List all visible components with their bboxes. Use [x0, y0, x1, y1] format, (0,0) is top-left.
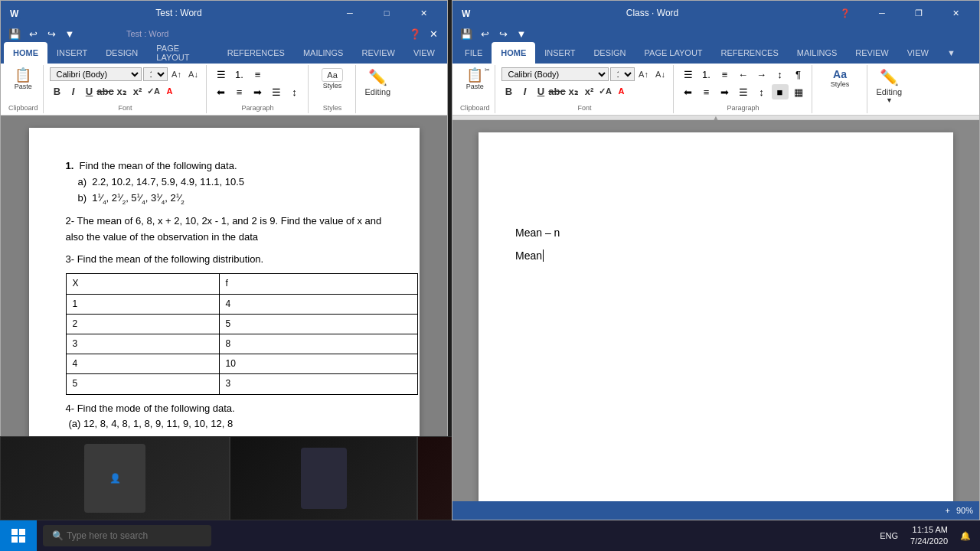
- align-right-right[interactable]: ➡: [717, 84, 733, 99]
- numbering-btn-right[interactable]: 1.: [698, 67, 715, 82]
- font-size-left[interactable]: 14: [143, 67, 168, 81]
- editing-btn-left[interactable]: ✏️ Editing: [362, 67, 394, 98]
- right-line1: Mean – n: [515, 224, 916, 241]
- shrink-font-left[interactable]: A↓: [186, 67, 201, 82]
- redo-btn-right[interactable]: ↪: [495, 26, 511, 41]
- strikethrough-btn-left[interactable]: abc: [98, 84, 113, 98]
- video-thumb-1: 👤: [0, 436, 230, 520]
- minimize-btn-right[interactable]: ─: [864, 1, 900, 25]
- font-size-right[interactable]: 14: [610, 67, 635, 81]
- notification-icon[interactable]: 🔔: [960, 531, 971, 541]
- font-selector-left[interactable]: Calibri (Body): [50, 67, 142, 81]
- bold-btn-right[interactable]: B: [501, 84, 517, 98]
- text-color-right[interactable]: A: [614, 84, 629, 98]
- multilevel-btn-right[interactable]: ≡: [717, 67, 733, 82]
- tab-mailings-left[interactable]: MAILINGS: [294, 42, 353, 64]
- subscript-btn-left[interactable]: x₂: [114, 84, 129, 98]
- close-btn-left[interactable]: ✕: [406, 1, 441, 25]
- justify-btn-right[interactable]: ☰: [735, 84, 752, 99]
- italic-btn-left[interactable]: I: [66, 84, 81, 98]
- search-input[interactable]: [67, 530, 202, 541]
- tab-references-left[interactable]: REFERENCES: [218, 42, 294, 64]
- justify-btn-left[interactable]: ☰: [268, 84, 285, 99]
- restore-btn-right[interactable]: ❐: [901, 1, 936, 25]
- tab-home-left[interactable]: HOME: [4, 42, 47, 64]
- align-center-left[interactable]: ≡: [231, 84, 248, 99]
- tab-pagelayout-right[interactable]: PAGE LAYOUT: [635, 42, 712, 64]
- superscript-btn-left[interactable]: x²: [130, 84, 145, 98]
- show-marks-right[interactable]: ¶: [790, 67, 807, 82]
- align-left-right[interactable]: ⬅: [680, 84, 697, 99]
- start-button[interactable]: [0, 520, 37, 551]
- minimize-btn-left[interactable]: ─: [332, 1, 368, 25]
- indent-increase-right[interactable]: →: [753, 67, 770, 82]
- maximize-btn-left[interactable]: □: [369, 1, 404, 25]
- styles-btn-left[interactable]: Aa Styles: [318, 67, 345, 91]
- border-btn-right[interactable]: ▦: [790, 84, 807, 99]
- help-btn-right[interactable]: ❓: [828, 1, 863, 25]
- shading-btn-right[interactable]: ■: [772, 84, 789, 99]
- help-btn-left[interactable]: ❓: [407, 26, 423, 41]
- styles-btn-right[interactable]: Aa Styles: [828, 67, 853, 90]
- line-spacing-left[interactable]: ↕: [286, 84, 303, 99]
- strikethrough-btn-right[interactable]: abc: [550, 84, 565, 98]
- grow-font-left[interactable]: A↑: [169, 67, 185, 82]
- tab-review-right[interactable]: REVIEW: [846, 42, 897, 64]
- customize-qt-right[interactable]: ▼: [514, 26, 529, 41]
- tab-insert-right[interactable]: INSERT: [535, 42, 584, 64]
- paste-btn-right[interactable]: 📋 Paste ✂: [462, 67, 487, 92]
- editing-btn-right[interactable]: ✏️ Editing ▼: [874, 67, 906, 106]
- grow-font-right[interactable]: A↑: [636, 67, 652, 82]
- clear-format-left[interactable]: ✓A: [146, 84, 162, 98]
- close-small-left[interactable]: ✕: [426, 26, 441, 41]
- text-color-left[interactable]: A: [162, 84, 178, 98]
- right-ribbon-tabs: FILE HOME INSERT DESIGN PAGE LAYOUT REFE…: [452, 42, 979, 64]
- bold-btn-left[interactable]: B: [50, 84, 65, 98]
- clear-format-right[interactable]: ✓A: [598, 84, 613, 98]
- superscript-btn-right[interactable]: x²: [582, 84, 597, 98]
- taskbar-time: 11:15 AM 7/24/2020: [910, 524, 948, 548]
- tab-design-right[interactable]: DESIGN: [584, 42, 635, 64]
- tab-review-left[interactable]: REVIEW: [352, 42, 403, 64]
- font-selector-right[interactable]: Calibri (Body): [501, 67, 609, 81]
- tab-view-right[interactable]: VIEW: [898, 42, 938, 64]
- sort-btn-right[interactable]: ↕: [772, 67, 789, 82]
- right-doc-area[interactable]: Mean – n Mean: [452, 120, 979, 501]
- numbering-btn-left[interactable]: 1.: [231, 67, 248, 82]
- align-center-right[interactable]: ≡: [698, 84, 715, 99]
- undo-btn-right[interactable]: ↩: [477, 26, 492, 41]
- tab-file-right[interactable]: FILE: [456, 42, 492, 64]
- tab-pagelayout-left[interactable]: PAGE LAYOUT: [147, 42, 217, 64]
- subscript-btn-right[interactable]: x₂: [566, 84, 581, 98]
- tab-more-right[interactable]: ▼: [938, 42, 965, 64]
- paste-btn-left[interactable]: 📋 Paste: [11, 67, 35, 92]
- close-btn-right[interactable]: ✕: [938, 1, 973, 25]
- editing-label-right: Editing: [877, 87, 903, 96]
- svg-rect-4: [11, 529, 18, 535]
- align-left-left[interactable]: ⬅: [213, 84, 230, 99]
- indent-decrease-right[interactable]: ←: [735, 67, 752, 82]
- taskbar-search[interactable]: 🔍: [43, 525, 211, 546]
- italic-btn-right[interactable]: I: [518, 84, 533, 98]
- tab-view-left[interactable]: VIEW: [404, 42, 444, 64]
- save-btn-right[interactable]: 💾: [459, 26, 474, 41]
- editing-dropdown-right[interactable]: ▼: [886, 96, 893, 104]
- line-spacing-right[interactable]: ↕: [753, 84, 770, 99]
- shrink-font-right[interactable]: A↓: [653, 67, 668, 82]
- tab-mailings-right[interactable]: MAILINGS: [788, 42, 847, 64]
- redo-btn-left[interactable]: ↪: [44, 26, 59, 41]
- q2-text: 2- The mean of 6, 8, x + 2, 10, 2x - 1, …: [66, 214, 383, 246]
- bullets-btn-left[interactable]: ☰: [213, 67, 230, 82]
- save-btn-left[interactable]: 💾: [7, 26, 22, 41]
- undo-btn-left[interactable]: ↩: [25, 26, 41, 41]
- tab-design-left[interactable]: DESIGN: [96, 42, 147, 64]
- tab-references-right[interactable]: REFERENCES: [712, 42, 788, 64]
- align-right-left[interactable]: ➡: [250, 84, 266, 99]
- underline-btn-left[interactable]: U: [82, 84, 97, 98]
- tab-home-right[interactable]: HOME: [492, 42, 535, 64]
- tab-insert-left[interactable]: INSERT: [47, 42, 96, 64]
- underline-btn-right[interactable]: U: [534, 84, 549, 98]
- customize-qt-left[interactable]: ▼: [62, 26, 77, 41]
- multilevel-btn-left[interactable]: ≡: [250, 67, 266, 82]
- bullets-btn-right[interactable]: ☰: [680, 67, 697, 82]
